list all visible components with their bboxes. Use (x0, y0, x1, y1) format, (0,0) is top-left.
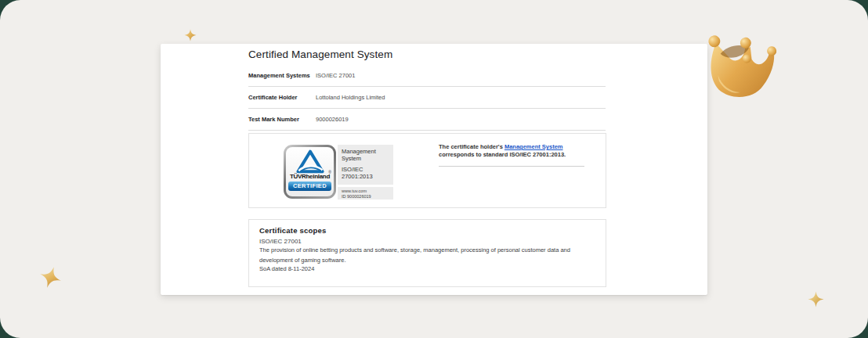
table-row: Certificate Holder Lottoland Holdings Li… (248, 87, 606, 109)
tuv-standard-panel: Management System ISO/IEC 27001:2013 (338, 145, 393, 185)
certification-mark-panel: ® TÜVRheinland CERTIFIED Management Syst… (248, 133, 606, 208)
statement-suffix: corresponds to standard ISO/IEC 27001:20… (439, 151, 566, 158)
scopes-soa-date: SoA dated 8-11-2024 (259, 265, 314, 272)
tuv-standard-label: ISO/IEC 27001:2013 (342, 166, 389, 180)
statement-divider (439, 166, 584, 167)
registered-trademark-symbol: ® (328, 170, 331, 174)
scopes-standard: ISO/IEC 27001 (259, 238, 302, 245)
table-row: Management Systems ISO/IEC 27001 (248, 65, 606, 87)
row-label-test-mark-number: Test Mark Number (248, 116, 316, 123)
tuv-badge-face: ® TÜVRheinland CERTIFIED (286, 147, 334, 196)
certificate-details: Management Systems ISO/IEC 27001 Certifi… (248, 65, 606, 131)
certificate-card: Certified Management System Management S… (161, 44, 707, 295)
tuv-info-panel: Management System ISO/IEC 27001:2013 www… (338, 145, 393, 200)
tuv-badge: ® TÜVRheinland CERTIFIED (284, 145, 336, 199)
sparkle-icon (808, 291, 824, 307)
sparkle-icon (36, 263, 65, 292)
crown-icon (700, 22, 786, 103)
scopes-heading: Certificate scopes (259, 226, 326, 235)
row-label-certificate-holder: Certificate Holder (248, 94, 316, 101)
tuv-id-number: ID 9000026019 (342, 194, 389, 200)
table-row: Test Mark Number 9000026019 (248, 109, 606, 131)
tuv-certification-mark: ® TÜVRheinland CERTIFIED Management Syst… (284, 145, 393, 200)
management-system-link[interactable]: Management System (505, 143, 563, 150)
certificate-scopes-panel: Certificate scopes ISO/IEC 27001 The pro… (248, 219, 606, 287)
tuv-id-panel: www.tuv.com ID 9000026019 (338, 187, 393, 200)
tuv-brand-label: TÜVRheinland (290, 173, 330, 180)
tuv-triangle-icon (295, 149, 325, 174)
tuv-system-label: Management System (342, 148, 389, 162)
certified-banner: CERTIFIED (288, 182, 331, 191)
statement-prefix: The certificate holder's (439, 143, 505, 150)
scopes-description: The provision of online betting products… (259, 245, 584, 265)
row-label-management-systems: Management Systems (248, 72, 316, 79)
page-title: Certified Management System (248, 49, 392, 60)
sparkle-icon (184, 29, 197, 41)
row-value-management-systems: ISO/IEC 27001 (316, 72, 355, 79)
page-background: Certified Management System Management S… (0, 0, 868, 338)
row-value-test-mark-number: 9000026019 (316, 116, 349, 123)
row-value-certificate-holder: Lottoland Holdings Limited (316, 94, 385, 101)
certification-statement: The certificate holder's Management Syst… (439, 143, 594, 158)
